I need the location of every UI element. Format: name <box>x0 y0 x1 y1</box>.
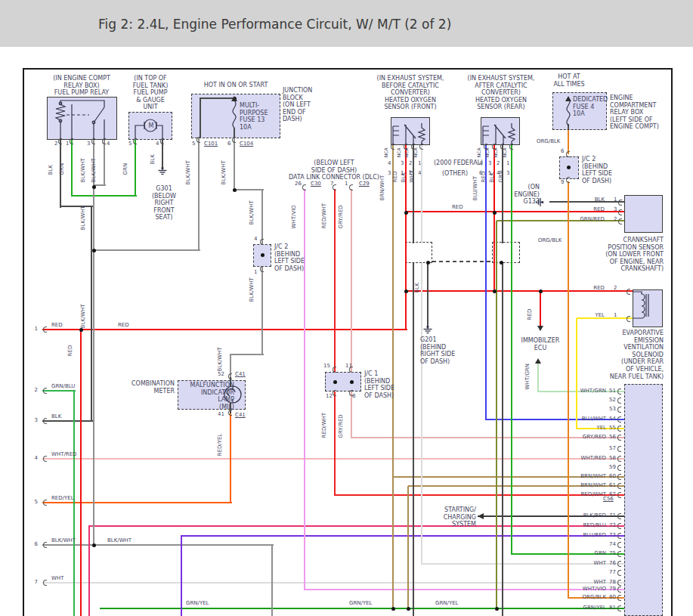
right-pin-label-79: WHT/VIO <box>556 586 606 592</box>
wire-blk-64 <box>502 145 503 243</box>
right-pin-arc-52 <box>617 398 621 404</box>
r-redwht-1: RED/WHT <box>321 203 327 229</box>
conn-c41a: C41 <box>235 371 246 377</box>
r-grn-relay: GRN <box>59 163 65 175</box>
left-stub-number-1: 1 <box>29 326 38 332</box>
jc2r-pin-6: 6 <box>561 148 564 154</box>
wire-grnblu-74 <box>73 390 75 616</box>
pin-arc-1 <box>43 388 47 394</box>
wire-red-63 <box>493 145 495 292</box>
o2r-r1d: 1 <box>506 160 509 166</box>
left-stub-number-2: 2 <box>29 387 38 393</box>
grnyel-3: GRN/YEL <box>435 600 458 606</box>
pin-arc-35 <box>228 410 232 416</box>
r-bw-jc2a: BLK/WHT <box>249 200 255 224</box>
pin-arc-36 <box>618 200 622 206</box>
conn-c29: C29 <box>359 181 370 187</box>
right-pin-arc-59 <box>617 465 621 471</box>
right-pin-arc-56 <box>617 435 621 441</box>
page-title: Fig 2: 2.4L, Engine Performance Circuit,… <box>98 17 451 32</box>
pin-arc-34 <box>228 373 232 379</box>
wire-blkwht-78 <box>271 544 273 616</box>
o2-rear-caption: (IN EXHAUST SYSTEM, AFTER CATALYTIC CONV… <box>459 75 543 111</box>
nca-2: NCA <box>396 147 401 157</box>
junction-dot-19 <box>567 166 571 169</box>
sol-pin-2: 2 <box>614 285 617 291</box>
junction-dot-10 <box>426 261 430 265</box>
o2r-r1b: 3 <box>488 160 491 166</box>
left-stub-number-5: 5 <box>29 499 38 505</box>
left-stub-label-3: BLK <box>51 413 61 419</box>
o2-front-caption: (IN EXHAUST SYSTEM, BEFORE CATALYTIC CON… <box>368 75 453 111</box>
crank-pin-1: 1 <box>614 197 617 203</box>
right-pin-arc-58 <box>617 456 621 462</box>
wire-blkwht-45 <box>261 267 263 355</box>
wire-blk-61 <box>427 263 428 326</box>
crank-pin-3: 3 <box>614 206 617 212</box>
wire-redblu-27 <box>89 525 624 527</box>
wire-grnred-8 <box>497 220 624 221</box>
left-stub-label-2: GRN/BLU <box>51 383 75 389</box>
pin-arc-40 <box>626 316 630 322</box>
wire-redwht-52 <box>334 392 336 496</box>
right-pin-label-58: WHT/RED <box>556 455 606 461</box>
right-pin-label-75: GRN <box>556 550 606 556</box>
conn-c30: C30 <box>311 181 321 187</box>
wire-blk-75 <box>91 206 92 422</box>
right-pin-arc-76 <box>617 561 621 567</box>
title-bar: Fig 2: 2.4L, Engine Performance Circuit,… <box>0 0 693 47</box>
pin-3: 3 <box>87 141 90 147</box>
wire-grnblu-21 <box>42 390 76 392</box>
immobilizer-label: IMMOBILZER ECU <box>518 337 562 351</box>
pin-arc-0 <box>43 327 47 333</box>
r-whtgrn: WHT/GRN <box>524 364 531 389</box>
fuel-pump-caption: (IN TOP OF FUEL TANK) FUEL PUMP & GAUGE … <box>126 75 175 111</box>
right-pin-label-55: YEL <box>556 425 606 431</box>
pump-pin-4: 4 <box>156 141 159 147</box>
wire-blk-65 <box>502 263 503 616</box>
wire-grn-66 <box>511 145 512 555</box>
right-pin-arc-72 <box>617 523 621 529</box>
wire-red-20 <box>42 329 407 330</box>
right-pin-label-80: ORG/BLK <box>556 594 606 600</box>
wire-blkwht-42 <box>198 138 200 251</box>
left-stub-label-5: RED/YEL <box>51 495 74 501</box>
pin-arc-17 <box>349 184 353 190</box>
right-pin-label-51: WHT/GRN <box>556 388 606 394</box>
pin-arc-27 <box>566 177 570 183</box>
fuse13-symbol <box>230 101 239 128</box>
right-pin-label-71: BLK/RED <box>556 512 606 518</box>
o2r-r1c: 2 <box>497 160 500 166</box>
r-blk-o2f: BLK <box>401 172 407 182</box>
pin-arc-16 <box>333 184 336 190</box>
jc2r-pin-9: 9 <box>561 179 564 185</box>
junction-dot-5 <box>404 211 408 215</box>
o2-rear-heater-symbol <box>481 117 520 145</box>
r-redyel-mil: RED/YEL <box>217 434 223 457</box>
pin-arc-28 <box>260 239 264 245</box>
wire-blk-57 <box>413 145 414 243</box>
fuse13-text: MULTI- PURPOSE FUSE 13 10A <box>240 102 268 131</box>
wire-redwht-51 <box>334 189 336 372</box>
g133-ground-symbol <box>536 197 544 208</box>
left-stub-number-7: 7 <box>29 579 38 585</box>
pin-4: 4 <box>107 141 110 147</box>
pin-arc-29 <box>260 266 264 272</box>
o2-front-heater-symbol <box>391 117 430 145</box>
wire-brnwht-79 <box>407 486 409 609</box>
jc2m-pin-1: 1 <box>254 269 257 275</box>
wire-blk-1 <box>60 206 93 207</box>
wire-blk-6 <box>200 98 236 99</box>
left-stub-number-4: 4 <box>29 455 38 461</box>
junction-dot-1 <box>92 249 96 252</box>
wire-wht-25 <box>42 582 624 583</box>
junction-dot-2 <box>233 188 237 192</box>
g201-ground-symbol <box>422 326 433 334</box>
flow-arrow-2 <box>537 326 543 331</box>
pin-arc-39 <box>626 289 630 295</box>
crank-sensor-label: CRANKSHAFT POSITION SENSOR (ON LOWER FRO… <box>596 237 664 273</box>
relay-coil-switch-symbol <box>47 97 117 140</box>
wire-blkwht-4 <box>234 189 264 190</box>
o2f-r1a: 4 <box>388 160 391 166</box>
pin-arc-38 <box>618 218 622 224</box>
